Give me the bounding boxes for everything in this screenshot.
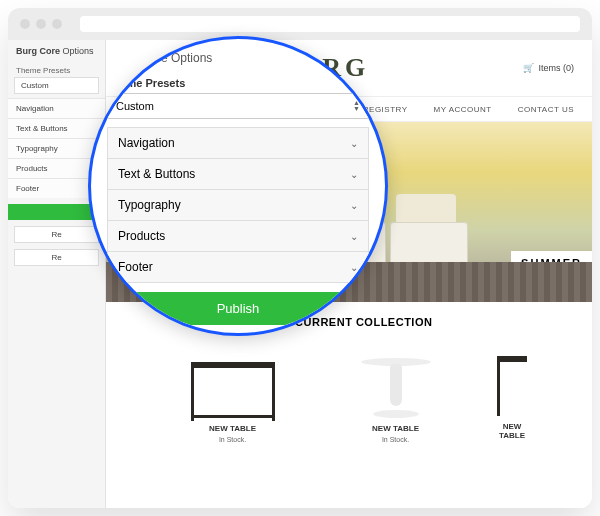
product-card[interactable]: NEW TABLE In Stock. [166, 340, 299, 443]
browser-topbar [8, 8, 592, 40]
cart-link[interactable]: 🛒 Items (0) [523, 63, 574, 73]
reset-button-small-2[interactable]: Re [14, 249, 99, 266]
sidebar-item-navigation[interactable]: Navigation [8, 98, 105, 118]
hero-subtitle: Shop Al [521, 269, 582, 278]
presets-label: Theme Presets [8, 62, 105, 77]
product-stock: In Stock. [329, 436, 462, 443]
hero-title: SUMMER [521, 257, 582, 269]
options-title-fragment: e Options [161, 51, 212, 65]
chevron-down-icon: ⌄ [350, 169, 358, 180]
product-name: NEW TABLE [329, 424, 462, 433]
product-name: NEW TABLE [166, 424, 299, 433]
chevron-down-icon: ⌄ [350, 231, 358, 242]
reset-button-small[interactable]: Re [14, 226, 99, 243]
theme-options-sidebar: Burg Core Options Theme Presets Custom N… [8, 40, 106, 508]
cart-count: Items (0) [538, 63, 574, 73]
traffic-light-dot [20, 19, 30, 29]
accordion-footer[interactable]: Footer⌄ [107, 251, 369, 283]
chevron-down-icon: ⌄ [350, 262, 358, 273]
accordion-text-buttons[interactable]: Text & Buttons⌄ [107, 158, 369, 190]
hero-callout[interactable]: SUMMER Shop Al [511, 251, 592, 284]
chevron-down-icon: ⌄ [350, 138, 358, 149]
product-grid: NEW TABLE In Stock. NEW TABLE In Stock. … [106, 338, 592, 443]
nav-my-account[interactable]: MY ACCOUNT [434, 105, 492, 114]
chevron-down-icon: ⌄ [350, 200, 358, 211]
sidebar-title: Burg Core Options [8, 40, 105, 62]
traffic-light-dot [52, 19, 62, 29]
traffic-light-dot [36, 19, 46, 29]
product-image [329, 340, 462, 418]
accordion-products[interactable]: Products⌄ [107, 220, 369, 252]
magnifier-lens: e Options Theme Presets Custom ▲▼ Naviga… [88, 36, 388, 336]
accordion-typography[interactable]: Typography⌄ [107, 189, 369, 221]
product-stock: In Stock. [166, 436, 299, 443]
nav-contact-us[interactable]: CONTACT US [518, 105, 574, 114]
product-image [492, 338, 532, 416]
accordion: Navigation⌄ Text & Buttons⌄ Typography⌄ … [107, 127, 369, 283]
product-name: NEW TABLE [492, 422, 532, 440]
presets-label: Theme Presets [107, 77, 369, 89]
preset-select[interactable]: Custom ▲▼ [107, 93, 369, 119]
product-card[interactable]: NEW TABLE [492, 338, 532, 443]
cart-icon: 🛒 [523, 63, 534, 73]
product-image [166, 340, 299, 418]
preset-select[interactable]: Custom [14, 77, 99, 94]
preset-value: Custom [116, 100, 154, 112]
product-card[interactable]: NEW TABLE In Stock. [329, 340, 462, 443]
select-stepper-icon: ▲▼ [353, 100, 360, 112]
accordion-navigation[interactable]: Navigation⌄ [107, 127, 369, 159]
sidebar-item-text-buttons[interactable]: Text & Buttons [8, 118, 105, 138]
url-bar[interactable] [80, 16, 580, 32]
